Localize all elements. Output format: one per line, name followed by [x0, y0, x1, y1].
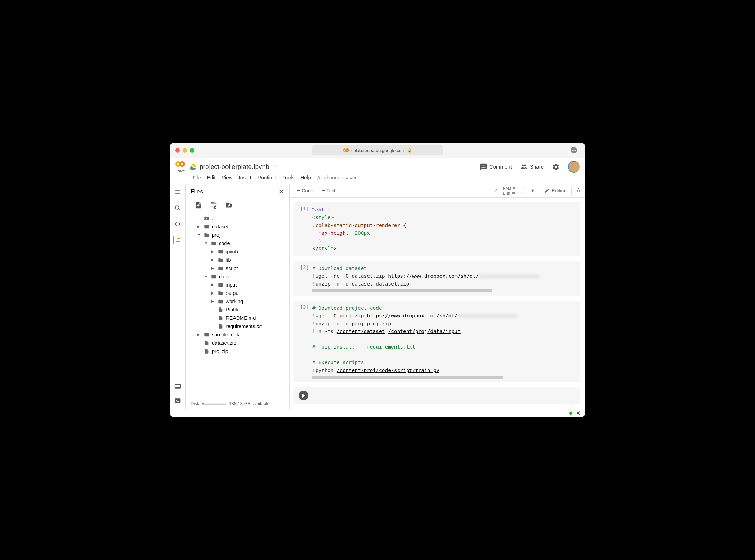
tree-item-requirements[interactable]: requirements.txt [197, 322, 284, 331]
account-avatar[interactable] [568, 161, 580, 173]
menu-view[interactable]: View [222, 175, 232, 180]
menu-tools[interactable]: Tools [283, 175, 294, 180]
code-cell-empty[interactable] [294, 387, 580, 404]
cell-code[interactable]: %%html <style> .colab-static-output-rend… [312, 206, 576, 253]
code-snippets-icon[interactable] [174, 220, 181, 228]
svg-point-0 [175, 206, 179, 209]
table-of-contents-icon[interactable] [174, 188, 181, 196]
app-window: colab.research.google.com 🔒 ••• PRO+ pro… [170, 143, 585, 417]
code-cell-2[interactable]: [2] # Download dataset !wget -nc -O data… [294, 261, 580, 296]
code-cell-3[interactable]: [3] # Download project code !wget -O pro… [294, 301, 580, 382]
tree-item-input[interactable]: input [197, 281, 284, 289]
cell-number: [3] [299, 304, 312, 379]
maximize-window-button[interactable] [190, 148, 194, 153]
tree-item-dataset[interactable]: dataset [197, 223, 284, 231]
upload-file-icon[interactable] [195, 201, 202, 209]
disk-available: 188.13 GB available [229, 401, 269, 406]
url-text: colab.research.google.com [351, 148, 405, 153]
logo-subtitle: PRO+ [175, 169, 185, 172]
google-drive-icon [189, 163, 197, 171]
tree-item-dataset-zip[interactable]: dataset.zip [197, 339, 284, 347]
run-cell-button[interactable] [299, 391, 308, 400]
collapse-toolbar-icon[interactable]: ᐱ [577, 187, 580, 194]
divider [539, 187, 539, 195]
comment-button[interactable]: Comment [480, 163, 512, 171]
lock-icon: 🔒 [407, 148, 412, 153]
address-bar[interactable]: colab.research.google.com 🔒 [312, 145, 443, 155]
disk-usage-bar [202, 403, 226, 405]
resource-indicator[interactable]: RAM Disk [503, 186, 526, 195]
menu-insert[interactable]: Insert [239, 175, 251, 180]
tree-item-working[interactable]: working [197, 297, 284, 306]
colab-logo[interactable]: PRO+ [175, 161, 185, 172]
mount-drive-icon[interactable] [225, 201, 233, 209]
status-close-button[interactable]: ✕ [576, 410, 580, 416]
code-cell-1[interactable]: [1] %%html <style> .colab-static-output-… [294, 202, 580, 256]
refresh-folder-icon[interactable] [210, 201, 217, 209]
connected-dot-icon [569, 412, 572, 415]
close-window-button[interactable] [175, 148, 180, 153]
menu-file[interactable]: File [193, 175, 201, 180]
star-icon[interactable]: ☆ [272, 163, 278, 171]
tree-item-script[interactable]: script [197, 264, 284, 272]
reader-mode-icon[interactable]: ••• [571, 147, 577, 153]
search-icon[interactable] [174, 204, 181, 212]
files-panel-icon[interactable] [173, 236, 181, 244]
horizontal-scrollbar[interactable] [312, 289, 492, 292]
tree-item-lib[interactable]: lib [197, 256, 284, 264]
close-sidebar-button[interactable]: ✕ [278, 188, 284, 196]
tree-item-code[interactable]: code [197, 239, 284, 247]
tree-item-readme[interactable]: README.md [197, 314, 284, 322]
file-tree: .. dataset proj code [190, 213, 284, 398]
tree-item-output[interactable]: output [197, 289, 284, 297]
tree-item-pipfile[interactable]: Pipfile [197, 306, 284, 314]
header: PRO+ project-boilerplate.ipynb ☆ Comment… [170, 158, 585, 173]
traffic-lights [175, 148, 194, 153]
menubar: File Edit View Insert Runtime Tools Help… [170, 173, 585, 184]
tree-item-proj-zip[interactable]: proj.zip [197, 347, 284, 355]
tree-item-proj[interactable]: proj [197, 231, 284, 239]
menu-help[interactable]: Help [301, 175, 311, 180]
comment-label: Comment [489, 164, 512, 170]
cells-container: [1] %%html <style> .colab-static-output-… [290, 198, 585, 409]
terminal-icon[interactable] [174, 397, 181, 405]
settings-button[interactable] [552, 163, 560, 171]
tree-item-parent[interactable]: .. [197, 214, 284, 223]
share-label: Share [530, 164, 544, 170]
svg-rect-4 [175, 399, 180, 403]
cell-code[interactable]: # Download project code !wget -O proj.zi… [312, 304, 576, 379]
titlebar: colab.research.google.com 🔒 ••• [170, 143, 585, 158]
add-text-button[interactable]: +Text [319, 186, 338, 195]
sidebar-title: Files [190, 188, 203, 195]
main-area: +Code +Text ✓ RAM Disk ▾ Editing ᐱ [290, 184, 585, 409]
saved-status[interactable]: All changes saved [317, 175, 358, 180]
left-rail [170, 184, 186, 409]
notebook-toolbar: +Code +Text ✓ RAM Disk ▾ Editing ᐱ [290, 184, 585, 198]
menu-edit[interactable]: Edit [207, 175, 215, 180]
minimize-window-button[interactable] [183, 148, 187, 153]
horizontal-scrollbar[interactable] [312, 376, 503, 379]
files-sidebar: Files ✕ .. dataset [186, 184, 290, 409]
editing-mode-button[interactable]: Editing [544, 188, 567, 193]
cell-code[interactable]: # Download dataset !wget -nc -O dataset.… [312, 264, 576, 292]
resource-dropdown-icon[interactable]: ▾ [531, 187, 534, 194]
connected-check-icon: ✓ [494, 187, 498, 194]
cell-number: [2] [299, 264, 312, 292]
divider [571, 187, 572, 195]
statusbar: ✕ [170, 409, 585, 417]
colab-favicon-icon [343, 148, 349, 152]
disk-footer: Disk 188.13 GB available [186, 398, 289, 409]
tree-item-data[interactable]: data [197, 272, 284, 281]
svg-line-1 [178, 209, 180, 210]
menu-runtime[interactable]: Runtime [258, 175, 276, 180]
document-title[interactable]: project-boilerplate.ipynb [199, 163, 269, 171]
tree-item-ipynb[interactable]: ipynb [197, 247, 284, 256]
cell-number: [1] [299, 206, 312, 253]
content: Files ✕ .. dataset [170, 184, 585, 409]
disk-label: Disk [190, 401, 199, 406]
add-code-button[interactable]: +Code [294, 186, 316, 195]
command-palette-icon[interactable] [174, 382, 181, 390]
share-button[interactable]: Share [520, 163, 544, 171]
tree-item-sample-data[interactable]: sample_data [197, 331, 284, 339]
